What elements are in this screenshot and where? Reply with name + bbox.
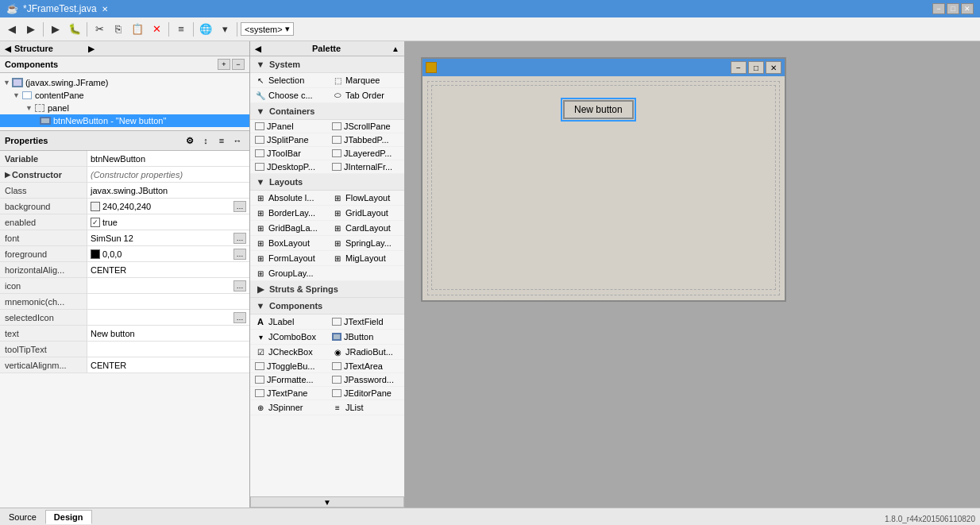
run-btn[interactable]: ▶ xyxy=(47,21,64,38)
prop-value-icon[interactable]: … xyxy=(87,278,249,293)
palette-item-springlay[interactable]: ⊞ SpringLay... xyxy=(327,236,404,251)
palette-item-formlayout[interactable]: ⊞ FormLayout xyxy=(250,251,327,266)
swing-new-button[interactable]: New button xyxy=(563,100,634,119)
palette-item-miglayout[interactable]: ⊞ MigLayout xyxy=(327,251,404,266)
font-edit-btn[interactable]: … xyxy=(233,233,246,244)
paste-btn[interactable]: 📋 xyxy=(129,21,146,38)
prop-value-valign[interactable]: CENTER xyxy=(87,357,249,373)
palette-item-jpanel[interactable]: JPanel xyxy=(250,120,327,133)
palette-item-jcombobox[interactable]: ▾ JComboBox xyxy=(250,330,327,345)
properties-btn[interactable]: ≡ xyxy=(172,21,190,38)
palette-item-absolutel[interactable]: ⊞ Absolute l... xyxy=(250,191,327,206)
constructor-expand[interactable]: ▶ xyxy=(5,171,10,179)
palette-item-jtabbedp[interactable]: JTabbedP... xyxy=(327,133,404,147)
prop-value-background[interactable]: 240,240,240 … xyxy=(87,199,249,214)
palette-item-gridbagl[interactable]: ⊞ GridBagLa... xyxy=(250,221,327,236)
palette-item-jcheckbox[interactable]: ☑ JCheckBox xyxy=(250,345,327,360)
props-sort-btn[interactable]: ↕ xyxy=(199,133,213,148)
tab-source[interactable]: Source xyxy=(0,510,45,524)
remove-component-btn[interactable]: − xyxy=(232,59,245,70)
palette-section-components[interactable]: ▼ Components xyxy=(250,298,404,315)
icon-edit-btn[interactable]: … xyxy=(233,280,246,291)
palette-item-jpassword[interactable]: JPassword... xyxy=(327,373,404,387)
tree-item-panel[interactable]: ▼ panel xyxy=(0,102,249,114)
debug-btn[interactable]: 🐛 xyxy=(66,21,83,38)
palette-item-jlabel[interactable]: A JLabel xyxy=(250,315,327,330)
foreground-edit-btn[interactable]: … xyxy=(233,249,246,260)
palette-collapse[interactable]: ◀ xyxy=(255,44,261,53)
close-tab-icon[interactable]: ✕ xyxy=(102,5,108,14)
palette-item-jtextarea[interactable]: JTextArea xyxy=(327,360,404,373)
palette-item-jtextpane[interactable]: JTextPane xyxy=(250,387,327,400)
palette-item-jradiobutton[interactable]: ◉ JRadioBut... xyxy=(327,345,404,360)
swing-close-btn[interactable]: ✕ xyxy=(766,61,781,74)
palette-item-jlayeredp[interactable]: JLayeredP... xyxy=(327,147,404,160)
swing-maximize-btn[interactable]: □ xyxy=(748,61,764,74)
palette-item-jinternalfr[interactable]: JInternalFr... xyxy=(327,160,404,174)
minimize-btn[interactable]: − xyxy=(932,3,945,14)
prop-value-foreground[interactable]: 0,0,0 … xyxy=(87,246,249,261)
palette-item-jformatted[interactable]: JFormatte... xyxy=(250,373,327,387)
palette-section-layouts[interactable]: ▼ Layouts xyxy=(250,174,404,191)
palette-item-gridlayout[interactable]: ⊞ GridLayout xyxy=(327,206,404,221)
palette-item-jsplitpane[interactable]: JSplitPane xyxy=(250,133,327,147)
prop-value-tooltip[interactable] xyxy=(87,342,249,357)
web-drop[interactable]: ▾ xyxy=(216,21,233,38)
palette-item-selection[interactable]: ↖ Selection xyxy=(250,73,327,88)
prop-value-text[interactable]: New button xyxy=(87,326,249,341)
palette-item-flowlayout[interactable]: ⊞ FlowLayout xyxy=(327,191,404,206)
prop-value-selectedicon[interactable]: … xyxy=(87,310,249,325)
background-edit-btn[interactable]: … xyxy=(233,201,246,212)
back-btn[interactable]: ◀ xyxy=(3,21,21,38)
props-group-btn[interactable]: ≡ xyxy=(214,133,229,148)
selectedicon-edit-btn[interactable]: … xyxy=(233,312,246,323)
tree-item-jframe[interactable]: ▼ (javax.swing.JFrame) xyxy=(0,76,249,89)
tree-item-contentpane[interactable]: ▼ contentPane xyxy=(0,89,249,102)
tab-label[interactable]: *JFrameTest.java xyxy=(23,3,97,14)
tree-item-button[interactable]: btnNewButton - "New button" xyxy=(0,114,249,127)
forward-btn[interactable]: ▶ xyxy=(22,21,40,38)
palette-item-taborder[interactable]: ⬭ Tab Order xyxy=(327,88,404,103)
palette-section-containers[interactable]: ▼ Containers xyxy=(250,103,404,120)
swing-minimize-btn[interactable]: − xyxy=(731,61,747,74)
palette-item-choosec[interactable]: 🔧 Choose c... xyxy=(250,88,327,103)
palette-section-struts[interactable]: ▶ Struts & Springs xyxy=(250,281,404,298)
props-expand-btn[interactable]: ↔ xyxy=(230,133,245,148)
palette-scroll-up[interactable]: ▲ xyxy=(392,44,399,53)
maximize-btn[interactable]: □ xyxy=(947,3,959,14)
palette-item-boxlayout[interactable]: ⊞ BoxLayout xyxy=(250,236,327,251)
palette-item-jtoolbar[interactable]: JToolBar xyxy=(250,147,327,160)
palette-item-jscrollpane[interactable]: JScrollPane xyxy=(327,120,404,133)
prop-value-mnemonic[interactable] xyxy=(87,294,249,309)
palette-item-grouplay[interactable]: ⊞ GroupLay... xyxy=(250,266,404,281)
delete-btn[interactable]: ✕ xyxy=(148,21,165,38)
palette-item-borderlay[interactable]: ⊞ BorderLay... xyxy=(250,206,327,221)
palette-item-jtextfield[interactable]: JTextField xyxy=(327,315,404,330)
copy-btn[interactable]: ⎘ xyxy=(110,21,127,38)
add-component-btn[interactable]: + xyxy=(218,59,230,70)
web-btn[interactable]: 🌐 xyxy=(197,21,214,38)
structure-expand[interactable]: ▶ xyxy=(88,44,95,53)
combo-arrow[interactable]: ▾ xyxy=(285,24,290,34)
palette-scroll-down-btn[interactable]: ▼ xyxy=(250,496,404,508)
palette-item-marquee[interactable]: ⬚ Marquee xyxy=(327,73,404,88)
palette-item-jlist[interactable]: ≡ JList xyxy=(327,400,404,415)
prop-value-font[interactable]: SimSun 12 … xyxy=(87,230,249,245)
enabled-checkbox[interactable]: ✓ xyxy=(91,218,100,227)
close-btn[interactable]: ✕ xyxy=(961,3,974,14)
prop-value-variable[interactable]: btnNewButton xyxy=(87,151,249,166)
structure-collapse[interactable]: ◀ xyxy=(5,44,11,53)
prop-value-constructor[interactable]: (Constructor properties) xyxy=(87,167,249,182)
palette-item-jdesktopP[interactable]: JDesktopP... xyxy=(250,160,327,174)
prop-value-halign[interactable]: CENTER xyxy=(87,262,249,277)
palette-item-jtoggle[interactable]: JToggleBu... xyxy=(250,360,327,373)
palette-item-jbutton[interactable]: JButton xyxy=(327,330,404,345)
palette-item-jeditorpane[interactable]: JEditorPane xyxy=(327,387,404,400)
props-filter-btn[interactable]: ⚙ xyxy=(183,133,197,148)
prop-value-enabled[interactable]: ✓ true xyxy=(87,214,249,230)
tab-design[interactable]: Design xyxy=(45,510,92,524)
cut-btn[interactable]: ✂ xyxy=(91,21,108,38)
palette-item-cardlayout[interactable]: ⊞ CardLayout xyxy=(327,221,404,236)
palette-section-system[interactable]: ▼ System xyxy=(250,56,404,73)
prop-value-class[interactable]: javax.swing.JButton xyxy=(87,183,249,198)
